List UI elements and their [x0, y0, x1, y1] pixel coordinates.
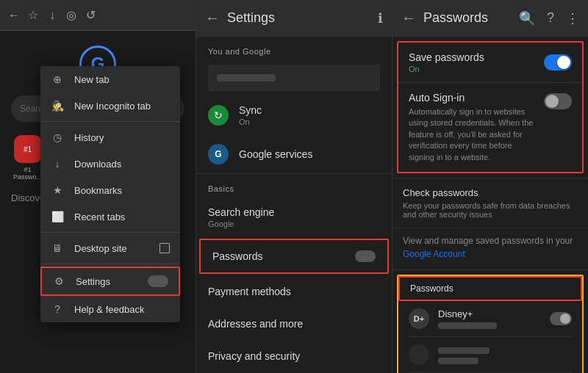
passwords-text: Passwords: [212, 250, 355, 262]
menu-item-desktop-site[interactable]: 🖥 Desktop site: [40, 235, 180, 261]
passwords-toggle[interactable]: [355, 250, 376, 262]
settings-row-payment[interactable]: Payment methods: [196, 275, 392, 308]
settings-body: You and Google ↻ Sync On G Google servic…: [196, 37, 392, 373]
section-label-basics: Basics: [196, 174, 392, 198]
blurred-name-1: [438, 347, 490, 354]
menu-item-downloads[interactable]: ↓ Downloads: [40, 151, 180, 177]
passwords-back-button[interactable]: ←: [401, 10, 416, 26]
passwords-search-icon[interactable]: 🔍: [519, 10, 535, 26]
disney-text: Disney+: [438, 308, 550, 329]
auto-signin-desc: Automatically sign in to websites using …: [409, 106, 537, 163]
back-icon[interactable]: ←: [7, 9, 21, 22]
privacy-text: Privacy and security: [208, 350, 380, 362]
pw-list-item-disney[interactable]: D+ Disney+: [398, 301, 582, 336]
blurred-profile-row[interactable]: [208, 65, 380, 91]
check-pw-title: Check passwords: [403, 187, 578, 198]
search-engine-sub: Google: [208, 220, 380, 228]
settings-row-search-engine[interactable]: Search engine Google: [196, 198, 392, 237]
save-passwords-title: Save passwords: [409, 51, 544, 63]
info-icon[interactable]: ◎: [65, 9, 78, 22]
sync-row-text: Sync On: [239, 104, 380, 126]
disney-toggle[interactable]: [550, 312, 572, 325]
history-icon: ◷: [51, 131, 64, 144]
settings-back-button[interactable]: ←: [205, 10, 220, 26]
star-icon[interactable]: ☆: [26, 9, 40, 22]
settings-row-privacy[interactable]: Privacy and security: [196, 340, 392, 372]
settings-icon: ⚙: [52, 275, 65, 288]
app-icon-passwo: #1: [14, 135, 42, 163]
refresh-icon[interactable]: ↺: [84, 9, 97, 22]
menu-item-bookmarks[interactable]: ★ Bookmarks: [40, 177, 180, 203]
menu-label-history: History: [74, 132, 170, 143]
menu-label-recent-tabs: Recent tabs: [74, 211, 170, 222]
incognito-icon: 🕵: [51, 99, 64, 112]
disney-pw-blurred: [438, 322, 497, 329]
download-menu-icon: ↓: [51, 157, 64, 170]
menu-label-incognito: New Incognito tab: [74, 101, 170, 112]
passwords-more-icon[interactable]: ⋮: [566, 10, 579, 26]
desktop-site-checkbox[interactable]: [159, 243, 170, 253]
download-icon[interactable]: ↓: [46, 9, 59, 22]
settings-row-google-services[interactable]: G Google services: [196, 135, 392, 173]
addresses-text: Addresses and more: [208, 318, 380, 330]
google-services-text: Google services: [239, 148, 380, 160]
passwords-header: ← Passwords 🔍 ? ⋮: [392, 0, 588, 37]
search-engine-label: Search engine: [208, 206, 380, 218]
menu-divider: [40, 121, 180, 122]
menu-item-settings[interactable]: ⚙ Settings: [40, 267, 180, 296]
passwords-row-highlight: Passwords: [199, 239, 389, 274]
settings-row-addresses[interactable]: Addresses and more: [196, 308, 392, 340]
settings-header: ← Settings ℹ: [196, 0, 392, 37]
addresses-label: Addresses and more: [208, 318, 380, 330]
passwords-label: Passwords: [212, 250, 355, 262]
settings-row-passwords[interactable]: Passwords: [201, 240, 387, 272]
blurred-profile-content: [217, 74, 276, 82]
save-passwords-box: Save passwords On Auto Sign-in Automatic…: [397, 41, 584, 173]
payment-text: Payment methods: [208, 286, 380, 297]
auto-signin-row[interactable]: Auto Sign-in Automatically sign in to we…: [398, 83, 582, 172]
menu-divider: [40, 264, 180, 264]
bookmark-icon: ★: [51, 184, 64, 197]
save-passwords-row[interactable]: Save passwords On: [398, 43, 582, 82]
app-icon-item[interactable]: #1 #1 Passwo...: [11, 135, 44, 181]
menu-item-history[interactable]: ◷ History: [40, 124, 180, 151]
menu-label-bookmarks: Bookmarks: [74, 185, 170, 196]
sync-icon: ↻: [208, 105, 229, 126]
sync-sub: On: [239, 117, 380, 126]
save-passwords-toggle[interactable]: [544, 54, 572, 70]
auto-signin-toggle[interactable]: [544, 93, 572, 109]
save-passwords-status: On: [409, 65, 544, 73]
save-passwords-text: Save passwords On: [409, 51, 544, 73]
passwords-item-highlight: Passwords: [398, 276, 582, 301]
menu-divider: [40, 232, 180, 233]
settings-panel: ← Settings ℹ You and Google ↻ Sync On G …: [196, 0, 392, 373]
pw-section-divider-4: [392, 269, 588, 270]
sync-label: Sync: [239, 104, 380, 116]
google-account-link[interactable]: Google Account: [403, 249, 465, 259]
check-pw-desc: Keep your passwords safe from data breac…: [403, 201, 578, 219]
settings-toggle[interactable]: [148, 275, 168, 287]
passwords-panel: ← Passwords 🔍 ? ⋮ Save passwords On Auto: [392, 0, 588, 373]
menu-label-downloads: Downloads: [74, 159, 170, 170]
menu-label-new-tab: New tab: [74, 74, 170, 85]
settings-row-sync[interactable]: ↻ Sync On: [196, 95, 392, 135]
menu-label-desktop-site: Desktop site: [74, 243, 149, 254]
disney-icon: D+: [409, 308, 429, 329]
settings-info-icon[interactable]: ℹ: [378, 10, 383, 26]
check-passwords-row[interactable]: Check passwords Keep your passwords safe…: [392, 178, 588, 228]
blurred-text-1: [438, 344, 572, 364]
passwords-list-box: Passwords D+ Disney+: [397, 275, 584, 373]
disney-site-name: Disney+: [438, 308, 550, 319]
passwords-info-icon[interactable]: ?: [547, 10, 554, 26]
blurred-pw-1: [438, 358, 478, 364]
google-services-label: Google services: [239, 148, 380, 160]
view-google-row[interactable]: View and manage saved passwords in your …: [392, 228, 588, 269]
pw-list-item-blurred-1[interactable]: [398, 337, 582, 372]
browser-panel: ← ☆ ↓ ◎ ↺ G Search or type w... #1 #1 Pa…: [0, 0, 196, 373]
recent-tabs-icon: ⬜: [51, 210, 64, 223]
menu-item-help[interactable]: ? Help & feedback: [40, 296, 180, 322]
menu-item-recent-tabs[interactable]: ⬜ Recent tabs: [40, 203, 180, 230]
search-engine-text: Search engine Google: [208, 206, 380, 228]
menu-item-incognito[interactable]: 🕵 New Incognito tab: [40, 93, 180, 119]
menu-item-new-tab[interactable]: ⊕ New tab: [40, 66, 180, 93]
